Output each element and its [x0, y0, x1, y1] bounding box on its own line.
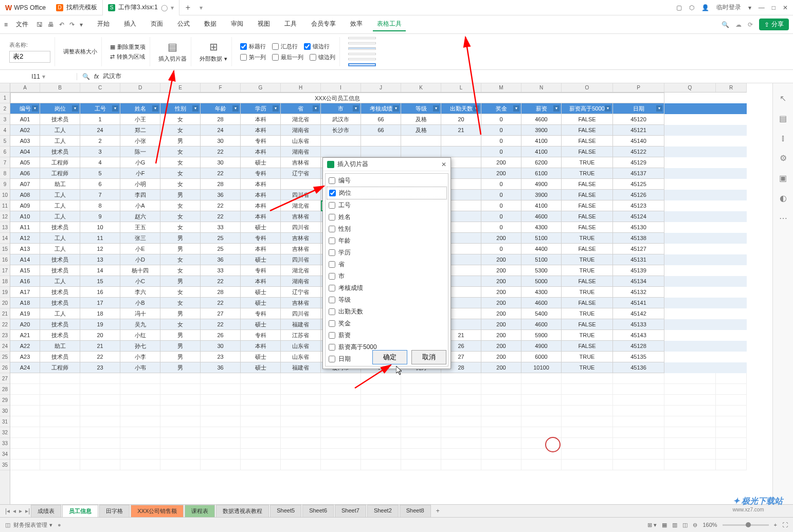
table-cell[interactable]: 30 — [201, 157, 241, 168]
table-cell[interactable]: A17 — [10, 287, 40, 298]
row-header[interactable]: 21 — [0, 308, 10, 319]
row-header[interactable]: 18 — [0, 276, 10, 287]
empty-cell[interactable] — [562, 438, 613, 449]
row-header[interactable]: 32 — [0, 427, 10, 438]
table-cell[interactable]: A09 — [10, 200, 40, 211]
table-cell[interactable]: A21 — [10, 330, 40, 341]
check-banded-rows[interactable]: 镶边行 — [304, 43, 330, 50]
slicer-field-checkbox[interactable] — [329, 237, 335, 244]
table-cell[interactable]: 0 — [481, 222, 521, 233]
empty-cell[interactable] — [562, 416, 613, 427]
empty-cell[interactable] — [160, 373, 201, 384]
table-cell[interactable]: TRUE — [562, 308, 613, 319]
sheet-tab[interactable]: 员工信息 — [62, 505, 98, 518]
empty-cell[interactable] — [241, 384, 281, 395]
table-cell[interactable]: A18 — [10, 298, 40, 308]
filter-dropdown-icon[interactable]: ▾ — [313, 105, 319, 112]
login-button[interactable]: 临时登录 — [716, 3, 741, 12]
table-cell[interactable]: 男 — [160, 352, 201, 362]
table-cell[interactable]: 4900 — [521, 179, 562, 190]
table-cell[interactable]: 0 — [481, 200, 521, 211]
sheet-tab[interactable]: Sheet6 — [302, 505, 334, 518]
empty-cell[interactable] — [401, 427, 441, 438]
table-cell[interactable]: 技术员 — [40, 330, 80, 341]
table-cell[interactable]: 6000 — [521, 352, 562, 362]
table-cell[interactable]: 4900 — [521, 341, 562, 352]
table-cell[interactable]: TRUE — [562, 233, 613, 244]
table-cell[interactable]: 技术员 — [40, 222, 80, 233]
zoom-icon[interactable]: 🔍 — [82, 73, 90, 80]
status-menu-icon[interactable]: ◫ — [5, 522, 10, 528]
slicer-field-checkbox[interactable] — [329, 356, 335, 362]
table-cell[interactable]: 专科 — [241, 136, 281, 146]
empty-cell[interactable] — [10, 395, 40, 406]
table-cell[interactable]: A14 — [10, 254, 40, 265]
table-cell[interactable]: TRUE — [562, 157, 613, 168]
slicer-field-item[interactable]: 工号 — [327, 199, 447, 211]
empty-cell[interactable] — [120, 373, 160, 384]
table-cell[interactable]: 45138 — [613, 233, 664, 244]
table-cell[interactable]: FALSE — [562, 136, 613, 146]
menu-hamburger-icon[interactable]: ≡ — [4, 21, 8, 28]
table-cell[interactable]: 25 — [201, 233, 241, 244]
table-cell[interactable]: 45141 — [613, 298, 664, 308]
table-cell[interactable]: 男 — [160, 330, 201, 341]
table-cell[interactable]: 工人 — [40, 308, 80, 319]
table-cell[interactable]: 武汉市 — [321, 114, 361, 125]
table-header-cell[interactable]: 工号▾ — [80, 103, 120, 114]
table-cell[interactable]: 45123 — [613, 200, 664, 211]
column-header[interactable]: H — [281, 83, 321, 92]
column-header[interactable]: L — [441, 83, 481, 92]
table-cell[interactable]: 女 — [160, 254, 201, 265]
table-cell[interactable]: 小F — [120, 168, 160, 179]
empty-cell[interactable] — [321, 406, 361, 416]
slicer-field-item[interactable]: 学历 — [327, 247, 447, 259]
empty-cell[interactable] — [160, 449, 201, 460]
table-cell[interactable]: 45134 — [613, 276, 664, 287]
empty-cell[interactable] — [160, 460, 201, 470]
table-cell[interactable]: 吉林省 — [281, 298, 321, 308]
table-header-cell[interactable]: 岗位▾ — [40, 103, 80, 114]
empty-cell[interactable] — [281, 373, 321, 384]
tab-dropdown-icon[interactable]: ▾ — [171, 4, 174, 11]
view-normal-icon[interactable]: ⊞ ▾ — [647, 522, 657, 528]
table-cell[interactable]: 22 — [80, 352, 120, 362]
filter-dropdown-icon[interactable]: ▾ — [273, 105, 279, 112]
table-cell[interactable]: 200 — [481, 319, 521, 330]
table-cell[interactable]: FALSE — [562, 341, 613, 352]
table-cell[interactable]: 技术员 — [40, 287, 80, 298]
print-icon[interactable]: 🖶 — [48, 21, 54, 28]
slicer-field-item[interactable]: 性别 — [327, 223, 447, 235]
table-cell[interactable]: 李四 — [120, 190, 160, 200]
empty-cell[interactable] — [716, 406, 747, 416]
check-banded-cols[interactable]: 镶边列 — [310, 53, 335, 61]
convert-range-button[interactable]: ⇄转换为区域 — [110, 53, 146, 61]
empty-cell[interactable] — [281, 460, 321, 470]
empty-cell[interactable] — [160, 438, 201, 449]
table-cell[interactable]: 冯十 — [120, 308, 160, 319]
empty-cell[interactable] — [481, 449, 521, 460]
empty-cell[interactable] — [401, 460, 441, 470]
empty-cell[interactable] — [361, 438, 401, 449]
empty-cell[interactable] — [80, 460, 120, 470]
table-cell[interactable]: 200 — [481, 276, 521, 287]
row-header[interactable]: 7 — [0, 157, 10, 168]
table-cell[interactable]: 男 — [160, 244, 201, 254]
table-header-cell[interactable]: 奖金▾ — [481, 103, 521, 114]
row-header[interactable]: 10 — [0, 190, 10, 200]
table-cell[interactable]: 湖北省 — [281, 200, 321, 211]
table-cell[interactable]: 36 — [201, 254, 241, 265]
empty-cell[interactable] — [281, 427, 321, 438]
table-cell[interactable]: 45121 — [613, 125, 664, 136]
filter-dropdown-icon[interactable]: ▾ — [32, 105, 38, 112]
table-cell[interactable]: 女 — [160, 125, 201, 136]
table-cell[interactable]: 硕士 — [241, 287, 281, 298]
slicer-field-checkbox[interactable] — [329, 214, 335, 221]
empty-cell[interactable] — [441, 449, 481, 460]
table-cell[interactable]: 4 — [80, 157, 120, 168]
table-cell[interactable]: 33 — [201, 265, 241, 276]
table-cell[interactable]: 8 — [80, 200, 120, 211]
table-cell[interactable]: 200 — [481, 233, 521, 244]
empty-cell[interactable] — [201, 373, 241, 384]
empty-cell[interactable] — [521, 406, 562, 416]
